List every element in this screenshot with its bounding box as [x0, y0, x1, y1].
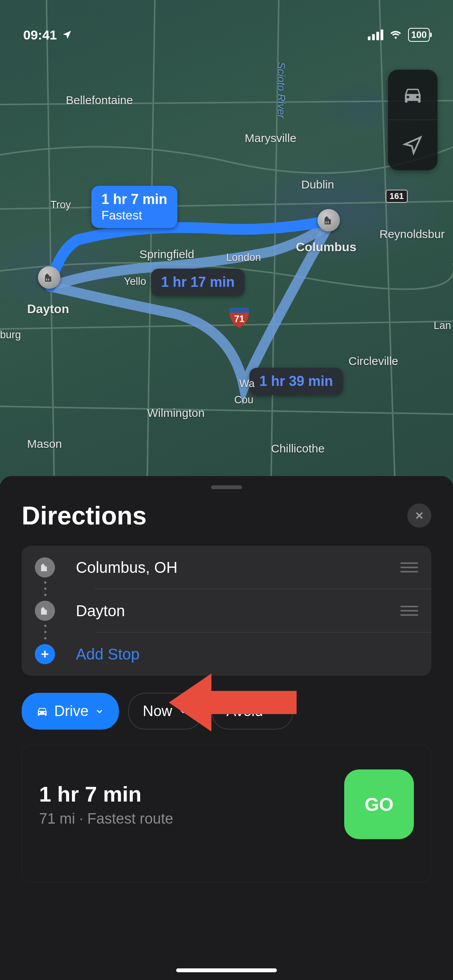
sheet-title: Directions: [22, 501, 147, 530]
map-label-circleville: Circleville: [348, 355, 398, 368]
route-primary-tag: Fastest: [101, 208, 167, 223]
go-button[interactable]: GO: [344, 769, 414, 839]
map-label-lan: Lan: [434, 320, 451, 332]
travel-mode-button[interactable]: [388, 70, 438, 120]
route-time: 1 hr 7 min: [39, 781, 173, 807]
status-bar: 09:41 100: [0, 0, 453, 54]
map-label-chillicothe: Chillicothe: [271, 442, 324, 455]
sheet-grabber[interactable]: [211, 485, 242, 489]
stop-row-destination[interactable]: Dayton: [22, 589, 431, 632]
map-label-marysville: Marysville: [245, 132, 296, 145]
status-indicators: 100: [368, 27, 430, 43]
plus-icon: [35, 644, 55, 664]
map-label-dublin: Dublin: [301, 178, 334, 191]
map-label-burg: burg: [0, 329, 21, 341]
stop-row-origin[interactable]: Columbus, OH: [22, 546, 431, 589]
map-label-yello: Yello: [124, 276, 146, 288]
close-icon: [414, 510, 425, 521]
route-alt2-time: 1 hr 39 min: [259, 373, 333, 389]
route-detail: 71 mi · Fastest route: [39, 810, 173, 827]
map-label-troy: Troy: [50, 199, 71, 211]
map-label-wilmington: Wilmington: [147, 406, 204, 420]
map-label-reynoldsbur: Reynoldsbur: [379, 228, 444, 241]
annotation-arrow-icon: [169, 670, 297, 735]
stops-list: Columbus, OH Dayton Add Stop: [22, 546, 431, 676]
reorder-handle-icon[interactable]: [400, 562, 418, 572]
battery-indicator: 100: [408, 28, 430, 42]
status-time: 09:41: [23, 27, 57, 43]
interstate-71-shield: 71: [228, 306, 251, 329]
origin-pin-columbus[interactable]: [317, 209, 340, 231]
drive-mode-pill[interactable]: Drive: [22, 693, 119, 730]
route-badge-alt1[interactable]: 1 hr 17 min: [151, 269, 245, 296]
map-label-mason: Mason: [27, 437, 62, 451]
stop-label: Columbus, OH: [76, 559, 400, 576]
cellular-signal-icon: [368, 29, 383, 40]
map-label-springfield: Springfield: [139, 248, 194, 261]
location-services-icon: [62, 29, 72, 40]
svg-text:71: 71: [234, 314, 245, 324]
map-label-london: London: [226, 252, 261, 264]
map-label-wa: Wa: [239, 378, 255, 390]
city-icon: [35, 601, 55, 621]
route-result-card[interactable]: 1 hr 7 min 71 mi · Fastest route GO: [22, 745, 431, 882]
route-badge-primary[interactable]: 1 hr 7 min Fastest: [91, 186, 177, 228]
reorder-handle-icon[interactable]: [400, 606, 418, 616]
wifi-icon: [389, 27, 403, 43]
add-stop-label: Add Stop: [76, 646, 418, 663]
close-button[interactable]: [407, 504, 431, 528]
map-label-bellefontaine: Bellefontaine: [66, 94, 133, 107]
home-indicator[interactable]: [176, 968, 277, 972]
map-controls: [388, 70, 438, 170]
destination-pin-dayton[interactable]: [38, 266, 60, 289]
route-161-shield: 161: [386, 190, 408, 203]
car-icon: [36, 706, 48, 717]
stop-label: Dayton: [76, 602, 400, 620]
status-time-group: 09:41: [23, 27, 72, 43]
route-primary-time: 1 hr 7 min: [101, 191, 167, 207]
locate-me-button[interactable]: [388, 120, 438, 170]
map-view[interactable]: 1 hr 7 min Fastest 1 hr 17 min 1 hr 39 m…: [0, 0, 453, 484]
map-label-columbus: Columbus: [296, 240, 356, 254]
route-badge-alt2[interactable]: 1 hr 39 min: [249, 368, 343, 395]
route-info: 1 hr 7 min 71 mi · Fastest route: [39, 781, 173, 827]
map-label-court: Cou: [234, 394, 254, 406]
city-icon: [35, 557, 55, 577]
map-label-scioto: Scioto River: [275, 62, 287, 118]
svg-marker-1: [169, 673, 297, 732]
chevron-down-icon: [95, 707, 104, 716]
map-label-dayton: Dayton: [27, 302, 69, 316]
route-alt1-time: 1 hr 17 min: [161, 274, 235, 290]
